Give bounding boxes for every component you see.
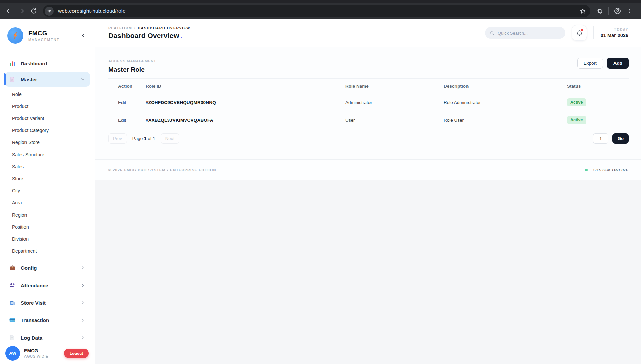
chevron-down-icon (80, 77, 85, 82)
sidebar-item-transaction[interactable]: Transaction (5, 313, 90, 327)
role-name-cell: User (345, 111, 444, 129)
role-name: User (345, 118, 355, 123)
table-body: Edit#ZOHFDC9CVEHQUQMR30NNQAdministratorR… (108, 94, 629, 129)
browser-toolbar: web.coresight-hub.cloud/role (0, 0, 641, 19)
bookmark-star-icon[interactable] (578, 6, 588, 16)
forward-icon[interactable] (15, 5, 28, 17)
sidebar-item-department[interactable]: Department (5, 245, 90, 257)
people-icon (9, 282, 16, 289)
browser-menu-icon[interactable] (624, 5, 636, 17)
role-name: Administrator (345, 100, 372, 105)
sidebar-item-city[interactable]: City (5, 185, 90, 197)
next-button[interactable]: Next (161, 133, 179, 144)
sidebar-item-attendance[interactable]: Attendance (5, 278, 90, 293)
sidebar-nav: DashboardMasterRoleProductProduct Varian… (0, 52, 95, 364)
sidebar-item-role[interactable]: Role (5, 88, 90, 100)
toolbar-divider (608, 7, 609, 15)
store-icon (9, 300, 16, 306)
table-row: Edit#ZOHFDC9CVEHQUQMR30NNQAdministratorR… (108, 94, 629, 111)
sidebar-item-label: Master (21, 77, 37, 82)
sidebar-item-sales[interactable]: Sales (5, 161, 90, 173)
sidebar-item-product[interactable]: Product (5, 100, 90, 112)
sidebar-item-position[interactable]: Position (5, 221, 90, 233)
sidebar-item-sales-structure[interactable]: Sales Structure (5, 148, 90, 161)
prev-button[interactable]: Prev (108, 133, 127, 144)
roles-table: ActionRole IDRole NameDescriptionStatus … (108, 78, 629, 129)
sidebar-item-product-variant[interactable]: Product Variant (5, 112, 90, 124)
online-dot-icon (585, 169, 588, 171)
sidebar-item-label: Config (21, 265, 37, 271)
app-logo (7, 27, 23, 44)
user-username: AGUS.WIDIE (24, 354, 48, 358)
add-button[interactable]: Add (607, 58, 629, 69)
edit-link[interactable]: Edit (118, 118, 126, 123)
site-info-icon[interactable] (45, 7, 54, 16)
goto-page-input[interactable] (593, 133, 608, 144)
url-path: /role (115, 8, 126, 14)
page-title: Dashboard Overview. (108, 32, 190, 40)
app-footer: © 2026 FMCG PRO SYSTEM • ENTERPRISE EDIT… (95, 160, 641, 180)
reload-icon[interactable] (28, 5, 40, 17)
logout-button[interactable]: Logout (64, 349, 89, 358)
user-card: AW FMCG AGUS.WIDIE Logout (0, 342, 95, 364)
sidebar-item-label: Log Data (21, 335, 42, 341)
url-bar[interactable]: web.coresight-hub.cloud/role (43, 5, 590, 17)
back-icon[interactable] (3, 5, 15, 17)
lightning-bolt-icon (12, 32, 19, 39)
notification-dot (581, 29, 583, 31)
sidebar-item-label: Dashboard (21, 61, 47, 66)
edit-link[interactable]: Edit (118, 100, 126, 105)
search-input[interactable] (498, 31, 561, 36)
search-icon (490, 31, 495, 36)
sidebar-item-dashboard[interactable]: Dashboard (5, 56, 90, 71)
brand-title: FMCG (28, 29, 60, 37)
profile-icon[interactable] (611, 5, 624, 17)
sidebar-item-area[interactable]: Area (5, 197, 90, 209)
edit-link: Edit (108, 94, 146, 111)
breadcrumb: PLATFORM›DASHBOARD OVERVIEW (108, 26, 190, 30)
today-label: TODAY (599, 28, 628, 32)
app-header: PLATFORM›DASHBOARD OVERVIEW Dashboard Ov… (95, 19, 641, 47)
sidebar-item-store-visit[interactable]: Store Visit (5, 295, 90, 310)
sidebar-item-master[interactable]: Master (5, 72, 90, 87)
system-status: SYSTEM ONLINE (585, 168, 629, 172)
page-background (95, 180, 641, 364)
sidebar-item-division[interactable]: Division (5, 233, 90, 245)
sidebar-item-region[interactable]: Region (5, 209, 90, 221)
role-description: Role Administrator (444, 100, 481, 105)
sidebar-item-store[interactable]: Store (5, 173, 90, 185)
logo-row: FMCG MANAGEMENT (0, 19, 95, 52)
section-eyebrow: ACCESS MANAGEMENT (108, 59, 629, 63)
extensions-icon[interactable] (594, 5, 606, 17)
header-divider (593, 26, 594, 39)
sidebar-item-label: Attendance (21, 283, 48, 288)
col-status: Status (567, 79, 629, 94)
sidebar-item-product-category[interactable]: Product Category (5, 124, 90, 136)
content-section: ACCESS MANAGEMENT Master Role Export Add… (95, 47, 641, 160)
export-button[interactable]: Export (577, 58, 603, 69)
col-action: Action (108, 79, 146, 94)
title-dot: . (181, 32, 183, 39)
description-cell: Role User (444, 111, 567, 129)
chevron-right-icon (80, 265, 85, 270)
date-block: TODAY 01 Mar 2026 (599, 28, 628, 38)
sidebar-item-config[interactable]: Config (5, 260, 90, 275)
avatar: AW (5, 346, 20, 361)
role-id-cell: #AXBZQL3JVKIMVCVQABOFA (146, 111, 345, 129)
role-id: #AXBZQL3JVKIMVCVQABOFA (146, 118, 213, 123)
sidebar-item-region-store[interactable]: Region Store (5, 136, 90, 148)
status-badge: Active (567, 116, 586, 124)
chevron-right-icon (80, 283, 85, 288)
notifications-button[interactable] (572, 25, 587, 41)
dashboard-icon (9, 60, 16, 67)
breadcrumb-platform: PLATFORM (108, 26, 132, 30)
section-title: Master Role (108, 66, 629, 73)
document-icon (9, 76, 16, 82)
role-description: Role User (444, 118, 464, 123)
brand-subtitle: MANAGEMENT (28, 38, 60, 42)
sidebar-collapse-icon[interactable] (78, 31, 88, 41)
quick-search[interactable] (485, 27, 565, 39)
sidebar-sublist-master: RoleProductProduct VariantProduct Catego… (5, 88, 90, 257)
go-button[interactable]: Go (612, 133, 629, 144)
col-description: Description (444, 79, 567, 94)
